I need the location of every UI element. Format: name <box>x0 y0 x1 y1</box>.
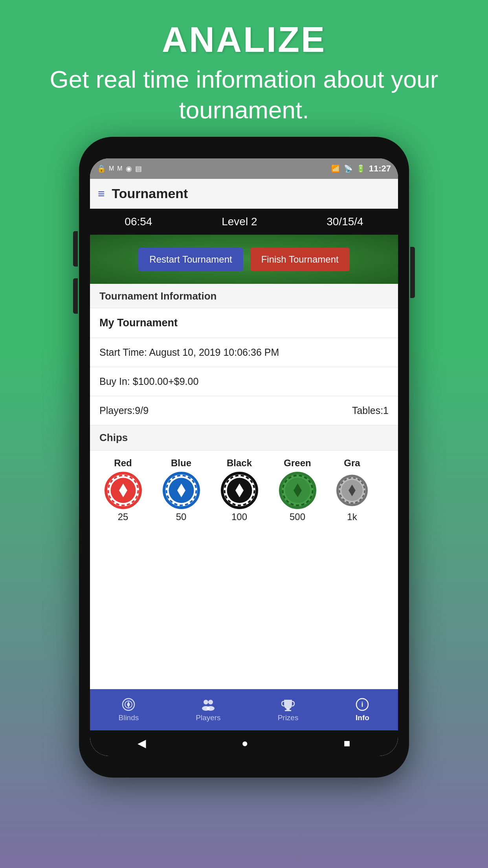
nav-item-info[interactable]: i Info <box>355 697 369 722</box>
mail-icon: M <box>109 165 114 172</box>
table-area: Restart Tournament Finish Tournament <box>90 235 398 284</box>
chips-label: Chips <box>99 432 128 443</box>
info-section-title: Tournament Information <box>99 290 217 302</box>
chip-value-black: 100 <box>231 511 247 522</box>
chip-icon-blue <box>163 472 200 509</box>
mail2-icon: M <box>117 165 122 172</box>
hamburger-icon[interactable]: ≡ <box>98 187 105 200</box>
status-left-icons: 🔒 M M ◉ ▤ <box>97 164 142 173</box>
promo-title: ANALIZE <box>12 20 476 60</box>
nav-label-info: Info <box>356 714 369 722</box>
svg-point-24 <box>208 700 213 704</box>
status-time: 11:27 <box>369 164 391 174</box>
info-icon: i <box>355 697 369 712</box>
tables-count: Tables:1 <box>352 405 389 416</box>
chip-item-gray: Gra 1k <box>327 458 378 522</box>
home-button[interactable]: ● <box>242 737 248 750</box>
timer-bar: 06:54 Level 2 30/15/4 <box>90 209 398 235</box>
chip-label-gray: Gra <box>344 458 360 469</box>
svg-text:i: i <box>361 701 363 708</box>
svg-rect-27 <box>286 708 290 710</box>
tournament-name: My Tournament <box>99 317 178 329</box>
chip-item-blue: Blue 50 <box>152 458 210 522</box>
nav-item-prizes[interactable]: Prizes <box>278 697 299 722</box>
toolbar-title: Tournament <box>112 186 188 201</box>
bottom-nav: Blinds Players Priz <box>90 689 398 730</box>
players-icon <box>201 697 215 712</box>
chip-value-red: 25 <box>118 511 128 522</box>
phone-screen: 🔒 M M ◉ ▤ 📶 📡 🔋 11:27 ≡ Tournament 06:54… <box>90 158 398 756</box>
nav-label-players: Players <box>196 714 220 722</box>
nav-item-blinds[interactable]: Blinds <box>119 697 139 722</box>
chip-icon-gray <box>336 472 368 509</box>
chip-icon-green <box>279 472 316 509</box>
chip-icon-black <box>221 472 258 509</box>
chip-item-green: Green 500 <box>268 458 327 522</box>
battery-icon: 🔋 <box>356 164 365 173</box>
chip-label-green: Green <box>284 458 311 469</box>
promo-section: ANALIZE Get real time information about … <box>0 0 488 133</box>
nav-label-prizes: Prizes <box>278 714 299 722</box>
chips-header: Chips <box>90 425 398 451</box>
chip-label-blue: Blue <box>171 458 191 469</box>
wifi-icon: 📶 <box>331 164 340 173</box>
svg-point-23 <box>204 700 208 704</box>
start-time: Start Time: August 10, 2019 10:06:36 PM <box>99 347 279 358</box>
app-toolbar: ≡ Tournament <box>90 179 398 209</box>
timer-level: Level 2 <box>222 215 257 228</box>
content-area: Tournament Information My Tournament Sta… <box>90 284 398 689</box>
status-right-icons: 📶 📡 🔋 11:27 <box>331 164 391 174</box>
lock-icon: 🔒 <box>97 164 106 173</box>
timer-time: 06:54 <box>125 215 152 228</box>
chip-value-green: 500 <box>290 511 305 522</box>
timer-players: 30/15/4 <box>327 215 363 228</box>
back-button[interactable]: ◀ <box>138 737 146 750</box>
chip-value-gray: 1k <box>347 511 357 522</box>
chip-value-blue: 50 <box>176 511 187 522</box>
promo-subtitle: Get real time information about your tou… <box>12 64 476 125</box>
prizes-icon <box>281 697 295 712</box>
info-section-header: Tournament Information <box>90 284 398 308</box>
chip-item-red: Red 25 <box>94 458 152 522</box>
svg-point-26 <box>207 706 215 711</box>
buy-in-row: Buy In: $100.00+$9.00 <box>90 367 398 396</box>
players-tables-row: Players:9/9 Tables:1 <box>90 396 398 425</box>
circle-icon: ◉ <box>126 164 132 173</box>
phone-frame: 🔒 M M ◉ ▤ 📶 📡 🔋 11:27 ≡ Tournament 06:54… <box>79 137 409 778</box>
home-bar: ◀ ● ■ <box>90 730 398 756</box>
chips-row: Red 25 Blue <box>90 451 398 530</box>
chip-item-black: Black 100 <box>210 458 268 522</box>
card-icon: ▤ <box>135 164 142 173</box>
players-count: Players:9/9 <box>99 405 149 416</box>
recent-button[interactable]: ■ <box>344 737 350 750</box>
svg-rect-28 <box>285 710 291 711</box>
chip-label-black: Black <box>227 458 252 469</box>
buy-in: Buy In: $100.00+$9.00 <box>99 376 198 387</box>
nav-label-blinds: Blinds <box>119 714 139 722</box>
tournament-name-row: My Tournament <box>90 308 398 338</box>
finish-tournament-button[interactable]: Finish Tournament <box>250 248 350 271</box>
blinds-icon <box>121 697 136 712</box>
svg-marker-22 <box>127 701 130 708</box>
chip-icon-red <box>105 472 142 509</box>
restart-tournament-button[interactable]: Restart Tournament <box>138 248 243 271</box>
chip-label-red: Red <box>114 458 132 469</box>
nav-item-players[interactable]: Players <box>196 697 220 722</box>
start-time-row: Start Time: August 10, 2019 10:06:36 PM <box>90 338 398 367</box>
status-bar: 🔒 M M ◉ ▤ 📶 📡 🔋 11:27 <box>90 158 398 179</box>
signal-icon: 📡 <box>344 164 352 173</box>
